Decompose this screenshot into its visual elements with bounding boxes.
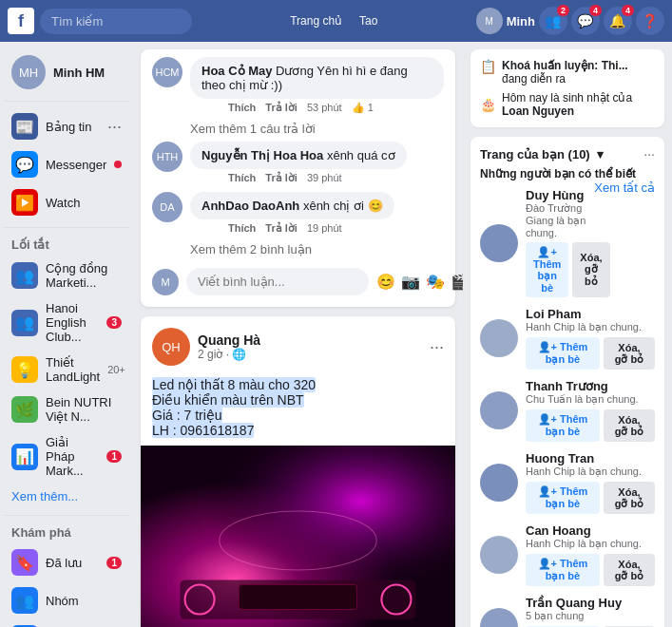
post-user-details: Quang Hà 2 giờ · 🌐: [198, 332, 260, 361]
reply-action-2[interactable]: Trả lời: [265, 172, 298, 184]
comment-input-row: M 😊 📷 🎭 🎬: [152, 262, 444, 297]
bantin-more-icon[interactable]: ···: [107, 117, 122, 137]
add-friend-btn-2[interactable]: 👤+ Thêm bạn bè: [526, 409, 600, 442]
messages-icon-btn[interactable]: 💬4: [571, 7, 600, 35]
sidebar-item-messenger[interactable]: 💬 Messenger: [4, 145, 129, 183]
sidebar-item-hanoi[interactable]: 👥 Hanoi English Club... 3: [4, 295, 129, 350]
view-more-replies[interactable]: Xem thêm 1 câu trả lời: [190, 122, 444, 136]
photo-icon[interactable]: 📷: [401, 273, 420, 291]
comment-avatar-3: DA: [152, 192, 182, 222]
help-icon-btn[interactable]: ❓: [636, 7, 664, 35]
home-button[interactable]: Trang chủ: [282, 10, 350, 31]
friends-options-icon[interactable]: ···: [643, 146, 655, 162]
emoji-icon[interactable]: 😊: [376, 273, 395, 291]
create-button[interactable]: Tao: [352, 10, 385, 31]
friend-mutual-0: Đào Trường Giang là bạn chung.: [526, 202, 610, 238]
sidebar-item-bantin[interactable]: 📰 Bảng tin ···: [4, 107, 129, 145]
add-friend-btn-3[interactable]: 👤+ Thêm bạn bè: [526, 482, 600, 514]
sidebar-label-messenger: Messenger: [46, 158, 106, 172]
search-input[interactable]: [40, 9, 192, 34]
remove-btn-1[interactable]: Xóa, gỡ bỏ: [604, 337, 655, 370]
sticker-icon[interactable]: 🎭: [426, 273, 445, 291]
comment-bubble-2: Nguyễn Thị Hoa Hoa xênh quá cơ: [190, 142, 407, 169]
landlight-icon: 💡: [11, 356, 38, 383]
post-highlight-line4: LH : 0961618187: [152, 423, 254, 438]
sidebar-item-congdong[interactable]: 👥 Cộng đồng Marketi...: [4, 256, 129, 295]
comment-time-2: 39 phút: [307, 172, 342, 184]
user-avatar[interactable]: M: [476, 8, 503, 34]
view-more-comments[interactable]: Xem thêm 2 bình luận: [190, 242, 444, 256]
post-author-name[interactable]: Quang Hà: [198, 332, 260, 348]
birthday-icon: 🎂: [480, 97, 496, 112]
friend-avatar-3: [480, 464, 518, 502]
like-action-1[interactable]: Thích: [228, 102, 256, 114]
post-options-button[interactable]: ···: [430, 337, 444, 357]
friend-name-3: Huong Tran: [526, 451, 655, 466]
sidebar-user-profile[interactable]: MH Minh HM: [4, 49, 129, 95]
notifications-icon-btn[interactable]: 🔔4: [604, 7, 632, 35]
sidebar-divider-3: [4, 515, 129, 516]
sidebar-item-landlight[interactable]: 💡 Thiết LandLight 20+: [4, 350, 129, 390]
friend-info-5: Trần Quang Huy 5 bạn chung 👤+ Thêm bạn b…: [526, 596, 655, 627]
right-sidebar: 📋 Khoá huấn luyện: Thi... đang diễn ra 🎂…: [463, 42, 672, 627]
friend-item-1: Loi Pham Hanh Chip là bạn chung. 👤+ Thêm…: [480, 307, 655, 370]
left-sidebar: MH Minh HM 📰 Bảng tin ··· 💬 Messenger ▶️…: [0, 42, 133, 627]
sidebar-item-bein[interactable]: 🌿 Bein NUTRI Việt N...: [4, 390, 129, 429]
reply-action-1[interactable]: Trả lời: [265, 102, 298, 114]
sidebar-item-nhom[interactable]: 👥 Nhóm: [4, 581, 129, 619]
facebook-logo[interactable]: f: [8, 8, 34, 34]
friend-mutual-4: Hanh Chip là bạn chung.: [526, 538, 655, 550]
sidebar-item-giaiPhap[interactable]: 📊 Giải Pháp Mark... 1: [4, 429, 129, 484]
remove-btn-2[interactable]: Xóa, gỡ bỏ: [604, 409, 655, 442]
add-friend-btn-1[interactable]: 👤+ Thêm bạn bè: [526, 337, 600, 370]
friend-name-2: Thanh Trương: [526, 379, 655, 393]
friend-avatar-0: [480, 224, 518, 262]
reply-action-3[interactable]: Trả lời: [265, 222, 298, 235]
comment-input[interactable]: [186, 268, 369, 295]
comment-avatar-1: HCM: [152, 57, 182, 87]
bein-icon: 🌿: [11, 396, 38, 423]
remove-btn-3[interactable]: Xóa, gỡ bỏ: [604, 482, 655, 514]
friends-icon-btn[interactable]: 👥2: [539, 7, 567, 35]
comment-bubble-1: Hoa Cỏ May Dương Yên hì hì e đang theo c…: [190, 57, 444, 99]
sidebar-item-saved[interactable]: 🔖 Đã lưu 1: [4, 543, 129, 581]
like-action-2[interactable]: Thích: [228, 172, 256, 184]
sidebar-item-watch[interactable]: ▶️ Watch: [4, 183, 129, 221]
post-highlight-line2: Điều khiển màu trên NBT: [152, 392, 304, 408]
friends-title-row: Trang của bạn (10) ▾ ···: [480, 146, 655, 162]
sidebar-label-congdong: Cộng đồng Marketi...: [46, 261, 122, 290]
chevron-down-icon[interactable]: ▾: [597, 147, 604, 162]
messages-badge: 4: [589, 5, 602, 16]
svg-rect-6: [239, 585, 356, 610]
remove-btn-4[interactable]: Xóa, gỡ bỏ: [604, 554, 655, 586]
comment-name-3: AnhDao DaoAnh: [202, 199, 299, 213]
friend-info-1: Loi Pham Hanh Chip là bạn chung. 👤+ Thêm…: [526, 307, 655, 370]
post-card-quangha: QH Quang Hà 2 giờ · 🌐 ··· Led nội thất 8…: [141, 316, 455, 627]
friend-avatar-5: [480, 608, 518, 627]
giaiphap-badge: 1: [106, 450, 122, 463]
like-action-3[interactable]: Thích: [228, 222, 256, 235]
friend-avatar-4: [480, 536, 518, 574]
comment-actions-3: Thích Trả lời 19 phút: [228, 222, 394, 235]
remove-btn-0[interactable]: Xóa, gỡ bỏ: [572, 242, 609, 297]
add-friend-btn-4[interactable]: 👤+ Thêm bạn bè: [526, 554, 600, 586]
post-author-avatar[interactable]: QH: [152, 328, 190, 366]
comment-name-1: Hoa Cỏ May: [202, 64, 272, 78]
bantin-icon: 📰: [11, 113, 38, 140]
sidebar-item-trang[interactable]: 🏠 Trang 2: [4, 619, 129, 627]
watch-icon: ▶️: [11, 189, 38, 216]
nav-right: M Minh 👥2 💬4 🔔4 ❓: [476, 7, 664, 35]
sidebar-item-xemthem-shortcuts[interactable]: Xem thêm...: [4, 484, 129, 509]
friend-name-0: Duy Hùng: [526, 188, 610, 202]
comments-container: HCM Hoa Cỏ May Dương Yên hì hì e đang th…: [141, 49, 455, 307]
add-friend-btn-0[interactable]: 👤+ Thêm bạn bè: [526, 242, 568, 297]
top-navigation: f Trang chủ Tao M Minh 👥2 💬4 🔔4 ❓: [0, 0, 672, 42]
friend-name-4: Can Hoang: [526, 523, 655, 538]
xemthem-shortcuts-label: Xem thêm...: [11, 489, 78, 504]
comment-time-1: 53 phút: [307, 102, 342, 114]
post-image-main[interactable]: [141, 446, 455, 627]
friend-item-2: Thanh Trương Chu Tuấn là bạn chung. 👤+ T…: [480, 379, 655, 442]
friend-avatar-1: [480, 319, 518, 357]
sidebar-label-giaiphap: Giải Pháp Mark...: [46, 435, 99, 478]
nav-left: f: [8, 8, 192, 34]
